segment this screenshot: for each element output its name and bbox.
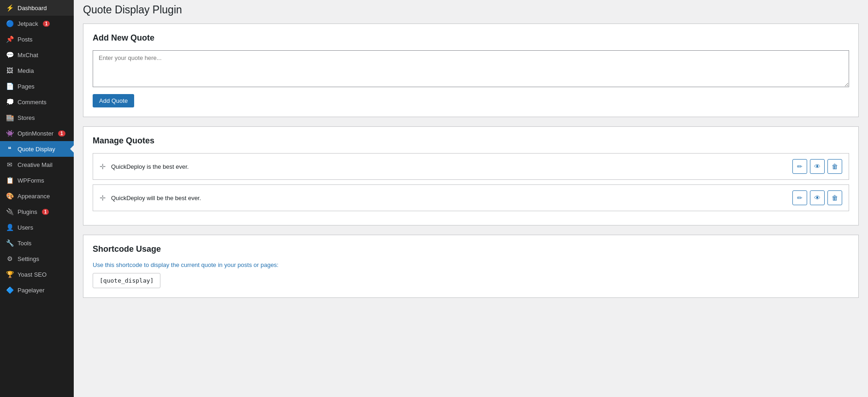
page-title: Quote Display Plugin: [83, 4, 859, 16]
edit-quote-button[interactable]: ✏: [792, 190, 807, 205]
sidebar-label-jetpack: Jetpack: [18, 20, 38, 27]
quote-actions: ✏👁🗑: [792, 159, 842, 174]
pagelayer-icon: 🔷: [6, 286, 14, 294]
sidebar-item-tools[interactable]: 🔧Tools: [0, 235, 74, 251]
sidebar-item-users[interactable]: 👤Users: [0, 219, 74, 235]
quotes-list: ✛QuickDeploy is the best ever.✏👁🗑✛QuickD…: [93, 153, 849, 211]
delete-quote-button[interactable]: 🗑: [827, 159, 842, 174]
add-quote-button[interactable]: Add Quote: [93, 94, 134, 107]
badge-plugins: 1: [42, 209, 49, 215]
sidebar-item-dashboard[interactable]: ⚡Dashboard: [0, 0, 74, 16]
sidebar-item-media[interactable]: 🖼Media: [0, 63, 74, 78]
media-icon: 🖼: [6, 66, 14, 75]
delete-quote-button[interactable]: 🗑: [827, 190, 842, 205]
quote-item: ✛QuickDeploy will be the best ever.✏👁🗑: [93, 184, 849, 211]
sidebar-label-creative-mail: Creative Mail: [18, 161, 53, 168]
wpforms-icon: 📋: [6, 176, 14, 184]
sidebar-label-tools: Tools: [18, 240, 31, 247]
manage-quotes-heading: Manage Quotes: [93, 136, 849, 146]
quote-text: QuickDeploy is the best ever.: [111, 163, 792, 170]
sidebar-label-mxchat: MxChat: [18, 52, 38, 59]
sidebar-item-yoast-seo[interactable]: 🏆Yoast SEO: [0, 267, 74, 282]
sidebar-label-posts: Posts: [18, 36, 33, 43]
badge-jetpack: 1: [43, 21, 50, 27]
sidebar-item-mxchat[interactable]: 💬MxChat: [0, 47, 74, 63]
posts-icon: 📌: [6, 35, 14, 43]
sidebar-label-plugins: Plugins: [18, 208, 37, 215]
shortcode-heading: Shortcode Usage: [93, 244, 849, 254]
quote-item: ✛QuickDeploy is the best ever.✏👁🗑: [93, 153, 849, 180]
view-quote-button[interactable]: 👁: [810, 159, 825, 174]
creative-mail-icon: ✉: [6, 160, 14, 169]
sidebar-label-wpforms: WPForms: [18, 177, 44, 184]
sidebar-label-stores: Stores: [18, 114, 35, 121]
sidebar-item-creative-mail[interactable]: ✉Creative Mail: [0, 157, 74, 172]
sidebar-item-quote-display[interactable]: ❝Quote Display: [0, 141, 74, 157]
yoast-seo-icon: 🏆: [6, 270, 14, 278]
sidebar-item-optinmonster[interactable]: 👾OptinMonster1: [0, 125, 74, 141]
sidebar-label-pages: Pages: [18, 83, 35, 90]
manage-quotes-card: Manage Quotes ✛QuickDeploy is the best e…: [83, 126, 859, 225]
drag-handle-icon[interactable]: ✛: [100, 162, 106, 171]
sidebar-label-dashboard: Dashboard: [18, 5, 47, 12]
quote-display-icon: ❝: [6, 145, 14, 153]
plugins-icon: 🔌: [6, 207, 14, 216]
main-content: Quote Display Plugin Add New Quote Add Q…: [74, 0, 868, 397]
shortcode-card: Shortcode Usage Use this shortcode to di…: [83, 235, 859, 298]
tools-icon: 🔧: [6, 239, 14, 247]
drag-handle-icon[interactable]: ✛: [100, 194, 106, 202]
active-arrow: [70, 145, 74, 153]
sidebar-label-quote-display: Quote Display: [18, 146, 55, 153]
view-quote-button[interactable]: 👁: [810, 190, 825, 205]
sidebar-item-jetpack[interactable]: 🔵Jetpack1: [0, 16, 74, 31]
sidebar-label-users: Users: [18, 224, 33, 231]
users-icon: 👤: [6, 223, 14, 231]
sidebar-item-posts[interactable]: 📌Posts: [0, 31, 74, 47]
sidebar-label-settings: Settings: [18, 255, 39, 262]
optinmonster-icon: 👾: [6, 129, 14, 137]
badge-optinmonster: 1: [58, 130, 65, 136]
sidebar-item-plugins[interactable]: 🔌Plugins1: [0, 204, 74, 219]
sidebar-item-wpforms[interactable]: 📋WPForms: [0, 172, 74, 188]
dashboard-icon: ⚡: [6, 4, 14, 12]
quote-text: QuickDeploy will be the best ever.: [111, 195, 792, 201]
sidebar-item-stores[interactable]: 🏬Stores: [0, 110, 74, 125]
sidebar-label-comments: Comments: [18, 99, 47, 106]
jetpack-icon: 🔵: [6, 19, 14, 28]
quote-input[interactable]: [93, 50, 849, 87]
sidebar-item-pagelayer[interactable]: 🔷Pagelayer: [0, 282, 74, 298]
sidebar-label-appearance: Appearance: [18, 193, 50, 200]
sidebar-label-yoast-seo: Yoast SEO: [18, 271, 47, 278]
sidebar-label-optinmonster: OptinMonster: [18, 130, 53, 137]
sidebar-item-appearance[interactable]: 🎨Appearance: [0, 188, 74, 204]
add-quote-card: Add New Quote Add Quote: [83, 24, 859, 117]
sidebar-item-comments[interactable]: 💭Comments: [0, 94, 74, 110]
settings-icon: ⚙: [6, 255, 14, 263]
shortcode-value[interactable]: [quote_display]: [93, 273, 160, 288]
pages-icon: 📄: [6, 82, 14, 90]
shortcode-description: Use this shortcode to display the curren…: [93, 261, 849, 268]
sidebar-label-media: Media: [18, 67, 34, 74]
sidebar-label-pagelayer: Pagelayer: [18, 287, 45, 294]
edit-quote-button[interactable]: ✏: [792, 159, 807, 174]
sidebar-item-pages[interactable]: 📄Pages: [0, 78, 74, 94]
add-quote-heading: Add New Quote: [93, 33, 849, 43]
sidebar: ⚡Dashboard🔵Jetpack1📌Posts💬MxChat🖼Media📄P…: [0, 0, 74, 397]
appearance-icon: 🎨: [6, 192, 14, 200]
comments-icon: 💭: [6, 98, 14, 106]
quote-actions: ✏👁🗑: [792, 190, 842, 205]
mxchat-icon: 💬: [6, 51, 14, 59]
stores-icon: 🏬: [6, 113, 14, 122]
sidebar-item-settings[interactable]: ⚙Settings: [0, 251, 74, 267]
